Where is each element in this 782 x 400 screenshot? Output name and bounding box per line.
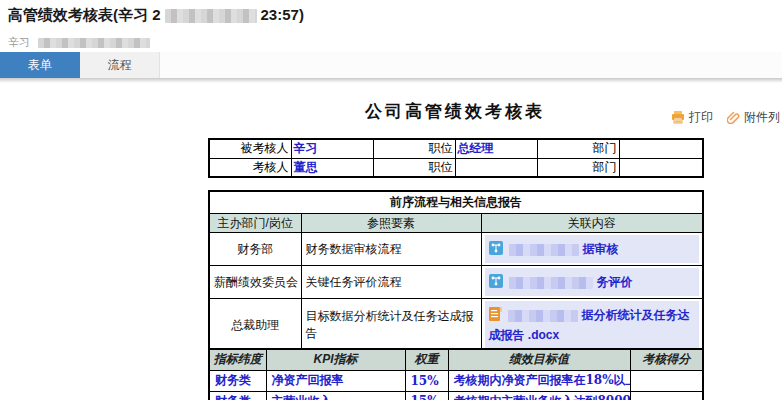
assessee-label: 被考核人 [209,139,291,158]
department-label: 部门 [537,139,619,158]
form-title: 公司高管绩效考核表 [208,100,702,123]
redacted-link-text [508,310,578,322]
table-header-row: 指标纬度 KPI指标 权重 绩效目标值 考核得分 [209,349,703,370]
score-cell [630,391,703,400]
col-header-kpi: KPI指标 [266,349,405,370]
element-cell: 关键任务评价流程 [301,266,481,299]
weight-cell: 15% [405,391,448,400]
position-label: 职位 [373,158,455,177]
tab-strip: 表单 流程 打印 附件列 [0,52,782,78]
page-title-suffix: 23:57) [261,6,304,23]
doc-icon [489,307,502,324]
redacted-subtitle-info [38,38,150,48]
assessor-value: 董思 [291,158,373,177]
assessor-label: 考核人 [209,158,291,177]
department-value [619,158,703,177]
page-subtitle: 辛习 [8,35,154,50]
strip-shadow-divider [0,78,782,83]
dimension-cell: 财务类 [209,391,266,400]
department-value [619,139,703,158]
col-header-score: 考核得分 [630,349,703,370]
related-content-cell: 务评价 [481,266,703,299]
page-title-prefix: 高管绩效考核表(辛习 2 [8,6,161,23]
col-header-weight: 权重 [405,349,448,370]
col-header-target: 绩效目标值 [448,349,630,370]
subtitle-name: 辛习 [8,36,30,48]
related-content-cell: 据分析统计及任务达成报告 .docx [481,299,703,353]
attachment-label: 附件列 [744,109,780,126]
dept-cell: 财务部 [209,233,301,266]
tab-flow[interactable]: 流程 [80,52,160,78]
weight-cell: 15% [405,370,448,391]
dept-cell: 总裁助理 [209,299,301,353]
paperclip-icon [727,111,740,124]
workflow-link[interactable]: 据审核 [583,242,619,256]
col-header-element: 参照要素 [301,214,481,233]
col-header-dept: 主办部门/岗位 [209,214,301,233]
position-value [455,158,537,177]
preprocess-table-title: 前序流程与相关信息报告 [209,191,703,214]
attachment-button[interactable]: 附件列 [727,107,780,127]
position-label: 职位 [373,139,455,158]
basic-info-table: 被考核人 辛习 职位 总经理 部门 考核人 董思 职位 部门 [208,138,704,178]
dept-cell: 薪酬绩效委员会 [209,266,301,299]
table-row: 前序流程与相关信息报告 [209,191,703,214]
redacted-datetime [165,9,257,23]
tab-form[interactable]: 表单 [0,52,80,78]
assessee-value: 辛习 [291,139,373,158]
workflow-icon [489,274,503,291]
score-cell [630,370,703,391]
redacted-link-text [509,244,579,256]
related-content-cell: 据审核 [481,233,703,266]
table-row: 被考核人 辛习 职位 总经理 部门 [209,139,703,158]
table-row: 考核人 董思 职位 部门 [209,158,703,177]
kpi-cell: 主营业收入 [266,391,405,400]
kpi-cell: 净资产回报率 [266,370,405,391]
workflow-icon [489,241,503,258]
col-header-dimension: 指标纬度 [209,349,266,370]
col-header-related: 关联内容 [481,214,703,233]
target-cell: 考核期内净资产回报率在18%以上 [448,370,630,391]
redacted-link-text [509,277,593,289]
target-cell: 考核期内主营业务收入达到8000万元 [448,391,630,400]
table-row: 财务类 净资产回报率 15% 考核期内净资产回报率在18%以上 [209,370,703,391]
table-row: 薪酬绩效委员会 关键任务评价流程 务评价 [209,266,703,299]
page-title: 高管绩效考核表(辛习 223:57) [8,6,304,25]
page: 高管绩效考核表(辛习 223:57) 辛习 表单 流程 打印 附件列 公司高管绩… [0,0,782,400]
department-label: 部门 [537,158,619,177]
dimension-cell: 财务类 [209,370,266,391]
workflow-link[interactable]: 务评价 [597,275,633,289]
element-cell: 财务数据审核流程 [301,233,481,266]
position-value: 总经理 [455,139,537,158]
element-cell: 目标数据分析统计及任务达成报告 [301,299,481,353]
table-row: 财务部 财务数据审核流程 据审核 [209,233,703,266]
table-row: 财务类 主营业收入 15% 考核期内主营业务收入达到8000万元 [209,391,703,400]
kpi-table: 指标纬度 KPI指标 权重 绩效目标值 考核得分 财务类 净资产回报率 15% … [208,348,704,400]
table-header-row: 主办部门/岗位 参照要素 关联内容 [209,214,703,233]
table-row: 总裁助理 目标数据分析统计及任务达成报告 据分析统计及任务达成报告 .docx [209,299,703,353]
preprocess-table: 前序流程与相关信息报告 主办部门/岗位 参照要素 关联内容 财务部 财务数据审核… [208,190,704,353]
